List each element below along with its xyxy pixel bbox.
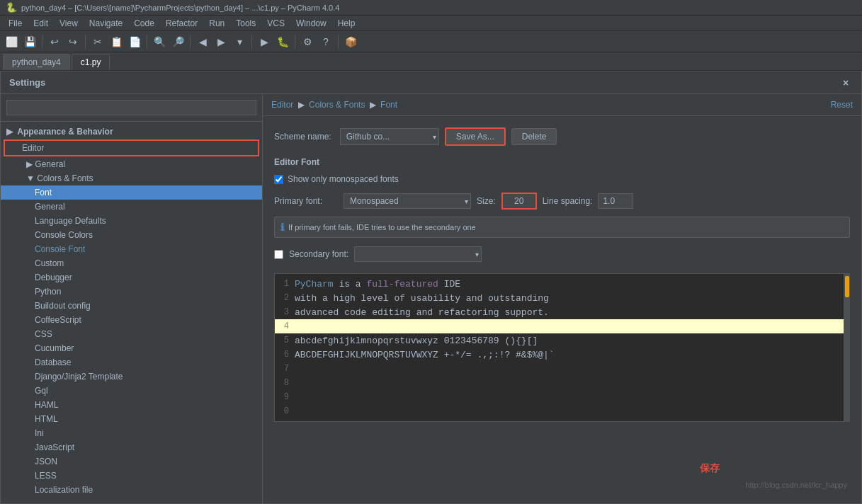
menu-window[interactable]: Window: [290, 17, 332, 30]
toolbar-btn-1[interactable]: ⬜: [3, 33, 20, 50]
toolbar-sep-1: [42, 35, 42, 49]
menu-vcs[interactable]: VCS: [261, 17, 290, 30]
scheme-label: Scheme name:: [274, 132, 331, 142]
menu-view[interactable]: View: [54, 17, 84, 30]
tree-item-coffeescript[interactable]: CoffeeScript: [1, 313, 262, 327]
tree-item-general-top[interactable]: ▶ General: [1, 157, 262, 171]
breadcrumb: Editor ▶ Colors & Fonts ▶ Font: [271, 100, 397, 110]
settings-search-input[interactable]: [6, 100, 256, 115]
tree-item-language-defaults[interactable]: Language Defaults: [1, 214, 262, 228]
tree-item-font[interactable]: Font: [1, 185, 262, 200]
menu-run[interactable]: Run: [203, 17, 230, 30]
tab-project[interactable]: python_day4: [3, 54, 70, 70]
monospaced-checkbox-row: Show only monospaced fonts: [274, 174, 850, 184]
tree-item-appearance[interactable]: ▶ Appearance & Behavior: [1, 125, 262, 139]
tree-item-haml[interactable]: HAML: [1, 398, 262, 412]
window-title: python_day4 – [C:\Users\[name]\PycharmPr…: [21, 4, 339, 12]
tree-item-console-colors[interactable]: Console Colors: [1, 228, 262, 242]
scheme-row: Scheme name: Github co... ▾ Save As... D…: [274, 127, 850, 146]
toolbar-btn-6[interactable]: 📋: [108, 33, 125, 50]
tree-item-json[interactable]: JSON: [1, 454, 262, 469]
dialog-body: ▶ Appearance & Behavior Editor ▶ General…: [1, 94, 861, 503]
tab-file[interactable]: c1.py: [72, 54, 110, 70]
tree-item-django[interactable]: Django/Jinja2 Template: [1, 370, 262, 384]
toolbar-run[interactable]: ▶: [256, 33, 273, 50]
tree-item-ini[interactable]: Ini: [1, 426, 262, 440]
tree-item-gql[interactable]: Gql: [1, 384, 262, 398]
bottom-bar: 保存 http://blog.csdn.net/lcr_happy: [274, 422, 850, 426]
secondary-font-select-wrapper: ▾: [354, 246, 482, 262]
preview-line-0: 0: [275, 404, 844, 418]
scrollbar-thumb[interactable]: [845, 276, 849, 297]
toolbar-btn-5[interactable]: ✂: [89, 33, 106, 50]
preview-line-4: 4: [275, 319, 844, 333]
tree-item-buildout[interactable]: Buildout config: [1, 299, 262, 313]
menu-navigate[interactable]: Navigate: [84, 17, 128, 30]
toolbar-btn-2[interactable]: 💾: [21, 33, 38, 50]
line-spacing-label: Line spacing:: [543, 196, 593, 206]
preview-lines: 1 PyCharm is a full-featured IDE: [275, 274, 844, 421]
tree-item-localization[interactable]: Localization file: [1, 483, 262, 497]
toolbar-dropdown[interactable]: ▾: [231, 33, 248, 50]
menu-tools[interactable]: Tools: [230, 17, 261, 30]
menu-refactor[interactable]: Refactor: [160, 17, 203, 30]
tree-item-css[interactable]: CSS: [1, 327, 262, 341]
tree-item-database[interactable]: Database: [1, 355, 262, 370]
tree-item-debugger[interactable]: Debugger: [1, 270, 262, 285]
menu-file[interactable]: File: [3, 17, 28, 30]
tree-item-less[interactable]: LESS: [1, 469, 262, 483]
toolbar-btn-14[interactable]: 📦: [342, 33, 359, 50]
toolbar-sep-4: [190, 35, 191, 49]
content-area: Scheme name: Github co... ▾ Save As... D…: [263, 116, 861, 503]
save-annotation: 保存: [700, 462, 720, 475]
toolbar-btn-11[interactable]: ▶: [212, 33, 229, 50]
toolbar-btn-13[interactable]: ?: [317, 33, 334, 50]
monospaced-label[interactable]: Show only monospaced fonts: [288, 174, 399, 184]
tree-item-general[interactable]: General: [1, 200, 262, 214]
menu-help[interactable]: Help: [332, 17, 361, 30]
settings-dialog: Settings × ▶ Appearance & Behavior Edito…: [0, 71, 862, 504]
tree-item-colors-fonts[interactable]: ▼ Colors & Fonts: [1, 171, 262, 185]
dialog-title-bar: Settings ×: [1, 71, 861, 94]
info-text: If primary font fails, IDE tries to use …: [288, 223, 476, 231]
dialog-close-button[interactable]: ×: [839, 76, 853, 90]
size-label: Size:: [477, 196, 496, 206]
toolbar-btn-3[interactable]: ↩: [46, 33, 63, 50]
toolbar-debug[interactable]: 🐛: [274, 33, 291, 50]
toolbar-btn-12[interactable]: ⚙: [299, 33, 316, 50]
toolbar-btn-9[interactable]: 🔎: [169, 33, 186, 50]
secondary-font-select[interactable]: [354, 246, 482, 262]
preview-line-3: 3 advanced code editing and refactoring …: [275, 305, 844, 319]
tree-item-custom[interactable]: Custom: [1, 256, 262, 270]
monospaced-checkbox[interactable]: [274, 175, 283, 184]
menu-edit[interactable]: Edit: [28, 17, 54, 30]
breadcrumb-font: Font: [380, 100, 397, 110]
preview-line-9: 9: [275, 390, 844, 404]
primary-font-label: Primary font:: [274, 196, 338, 206]
tree-item-cucumber[interactable]: Cucumber: [1, 341, 262, 355]
tree-item-javascript[interactable]: JavaScript: [1, 440, 262, 454]
primary-font-select[interactable]: Monospaced: [344, 193, 471, 209]
size-input[interactable]: [501, 193, 537, 210]
secondary-font-row: Secondary font: ▾: [274, 246, 850, 262]
tree-item-editor[interactable]: Editor: [4, 139, 259, 156]
right-scrollbar[interactable]: [844, 273, 850, 422]
reset-link[interactable]: Reset: [831, 100, 853, 110]
toolbar-btn-8[interactable]: 🔍: [151, 33, 168, 50]
preview-container: 1 PyCharm is a full-featured IDE: [274, 273, 850, 422]
search-container: [1, 94, 262, 122]
toolbar: ⬜ 💾 ↩ ↪ ✂ 📋 📄 🔍 🔎 ◀ ▶ ▾ ▶ 🐛 ⚙ ? 📦: [0, 31, 862, 52]
toolbar-btn-4[interactable]: ↪: [64, 33, 81, 50]
save-as-button[interactable]: Save As...: [445, 127, 506, 146]
toolbar-sep-5: [251, 35, 252, 49]
scheme-select[interactable]: Github co...: [340, 128, 439, 145]
toolbar-btn-7[interactable]: 📄: [126, 33, 143, 50]
tree-item-console-font[interactable]: Console Font: [1, 242, 262, 256]
delete-button[interactable]: Delete: [511, 128, 557, 145]
tree-item-html[interactable]: HTML: [1, 412, 262, 426]
line-spacing-input[interactable]: [598, 193, 633, 209]
secondary-font-checkbox[interactable]: [274, 250, 283, 259]
menu-code[interactable]: Code: [128, 17, 160, 30]
tree-item-python[interactable]: Python: [1, 285, 262, 299]
toolbar-btn-10[interactable]: ◀: [194, 33, 211, 50]
